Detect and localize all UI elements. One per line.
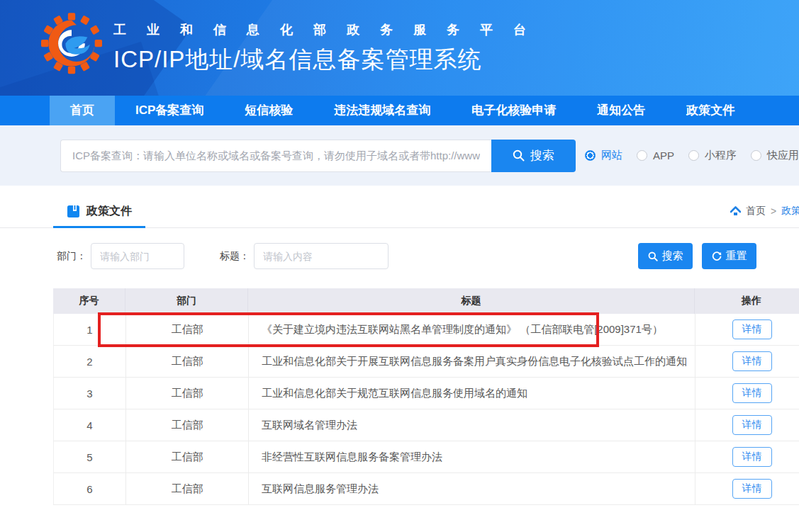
detail-button[interactable]: 详情: [732, 415, 772, 435]
search-type-radio[interactable]: 快应用: [751, 149, 799, 162]
filter-reset-button[interactable]: 重置: [702, 243, 756, 269]
dept-filter-input[interactable]: [91, 243, 184, 269]
cell-actions: 详情: [695, 441, 799, 472]
cell-index: 3: [53, 378, 125, 409]
nav-item[interactable]: 短信核验: [224, 96, 313, 125]
filter-row: 部门： 标题： 搜索 重置: [57, 243, 799, 269]
dept-filter-label: 部门：: [57, 250, 86, 263]
nav-item[interactable]: 通知公告: [576, 96, 666, 125]
title-filter-input[interactable]: [254, 243, 389, 269]
tab-policy-files[interactable]: 政策文件: [53, 197, 145, 228]
refresh-icon: [712, 251, 722, 261]
button-label: 搜索: [662, 249, 683, 263]
breadcrumb-current: 政策文件: [781, 205, 799, 217]
table-body: 1工信部《关于建立境内违法互联网站黑名单管理制度的通知》 （工信部联电管[200…: [53, 314, 799, 505]
breadcrumb: 首页 > 政策文件: [730, 205, 799, 217]
cell-index: 5: [53, 441, 125, 472]
section-title: 政策文件: [86, 204, 132, 219]
cell-department: 工信部: [125, 473, 248, 504]
search-icon: [648, 251, 658, 261]
radio-label: 网站: [601, 149, 622, 162]
table-row: 1工信部《关于建立境内违法互联网站黑名单管理制度的通知》 （工信部联电管[200…: [53, 314, 799, 346]
title-filter-label: 标题：: [220, 250, 250, 263]
document-icon: [67, 205, 80, 218]
button-label: 重置: [726, 249, 747, 263]
cell-title: 互联网域名管理办法: [248, 409, 695, 441]
radio-icon: [585, 150, 596, 161]
site-header: 工业和信息化部政务服务平台 ICP/IP地址/域名信息备案管理系统: [0, 0, 799, 96]
cell-title: 互联网信息服务管理办法: [248, 473, 695, 504]
breadcrumb-home[interactable]: 首页: [746, 205, 766, 217]
nav-item[interactable]: 违法违规域名查询: [313, 96, 451, 125]
table-row: 2工信部工业和信息化部关于开展互联网信息服务备案用户真实身份信息电子化核验试点工…: [53, 346, 799, 378]
cell-actions: 详情: [695, 314, 799, 345]
cell-title: 工业和信息化部关于规范互联网信息服务使用域名的通知: [248, 378, 695, 409]
nav-item[interactable]: 政策文件: [666, 96, 755, 125]
radio-icon: [637, 150, 647, 161]
column-header: 标题: [248, 288, 695, 314]
cell-index: 1: [53, 314, 125, 345]
radio-label: 快应用: [767, 149, 799, 162]
radio-label: APP: [653, 149, 674, 162]
search-type-radio[interactable]: 小程序: [688, 149, 737, 162]
search-type-radio[interactable]: 网站: [585, 149, 622, 162]
detail-button[interactable]: 详情: [732, 479, 772, 499]
column-header: 序号: [53, 288, 125, 314]
cell-actions: 详情: [695, 473, 799, 504]
cell-index: 6: [53, 473, 125, 504]
button-label: 搜索: [530, 147, 554, 164]
nav-item[interactable]: 电子化核验申请: [451, 96, 576, 125]
filter-search-button[interactable]: 搜索: [638, 243, 693, 269]
table-row: 4工信部互联网域名管理办法详情: [53, 409, 799, 441]
table-row: 5工信部非经营性互联网信息服务备案管理办法详情: [53, 441, 799, 473]
detail-button[interactable]: 详情: [732, 351, 772, 371]
nav-item[interactable]: 首页: [50, 96, 115, 125]
detail-button[interactable]: 详情: [732, 447, 772, 467]
main-nav: 首页ICP备案查询短信核验违法违规域名查询电子化核验申请通知公告政策文件: [0, 96, 799, 125]
cell-department: 工信部: [125, 441, 248, 472]
search-type-radio[interactable]: APP: [637, 149, 674, 162]
detail-button[interactable]: 详情: [732, 319, 772, 339]
breadcrumb-separator: >: [771, 205, 776, 217]
cell-title: 《关于建立境内违法互联网站黑名单管理制度的通知》 （工信部联电管[2009]37…: [248, 314, 695, 345]
cell-actions: 详情: [695, 409, 799, 441]
ministry-line: 工业和信息化部政务服务平台: [113, 21, 547, 38]
cell-department: 工信部: [125, 378, 248, 409]
cell-department: 工信部: [125, 314, 248, 345]
column-header: 部门: [125, 288, 248, 314]
radio-label: 小程序: [705, 149, 737, 162]
column-header: 操作: [695, 288, 799, 314]
nav-item[interactable]: ICP备案查询: [115, 96, 224, 125]
table-row: 6工信部互联网信息服务管理办法详情: [53, 473, 799, 505]
cell-actions: 详情: [695, 346, 799, 377]
miit-gear-logo-icon: [41, 11, 102, 77]
home-icon: [730, 206, 741, 216]
table-header-row: 序号部门标题操作: [53, 288, 799, 314]
icp-search-input[interactable]: [60, 140, 491, 172]
cell-index: 4: [53, 409, 125, 441]
section-bar: 政策文件 首页 > 政策文件: [0, 186, 799, 228]
search-type-options: 网站APP小程序快应用: [585, 149, 799, 162]
cell-department: 工信部: [125, 346, 248, 377]
table-row: 3工信部工业和信息化部关于规范互联网信息服务使用域名的通知详情: [53, 378, 799, 409]
cell-department: 工信部: [125, 409, 248, 441]
cell-title: 非经营性互联网信息服务备案管理办法: [248, 441, 695, 472]
detail-button[interactable]: 详情: [732, 383, 772, 403]
cell-actions: 详情: [695, 378, 799, 409]
cell-index: 2: [53, 346, 125, 377]
search-icon: [513, 149, 525, 162]
icp-search-section: 搜索 网站APP小程序快应用: [0, 125, 799, 186]
radio-icon: [751, 150, 761, 161]
radio-icon: [688, 150, 699, 161]
icp-search-button[interactable]: 搜索: [491, 140, 576, 172]
site-title: ICP/IP地址/域名信息备案管理系统: [113, 44, 547, 76]
cell-title: 工业和信息化部关于开展互联网信息服务备案用户真实身份信息电子化核验试点工作的通知: [248, 346, 695, 377]
policy-table: 序号部门标题操作 1工信部《关于建立境内违法互联网站黑名单管理制度的通知》 （工…: [53, 288, 799, 505]
